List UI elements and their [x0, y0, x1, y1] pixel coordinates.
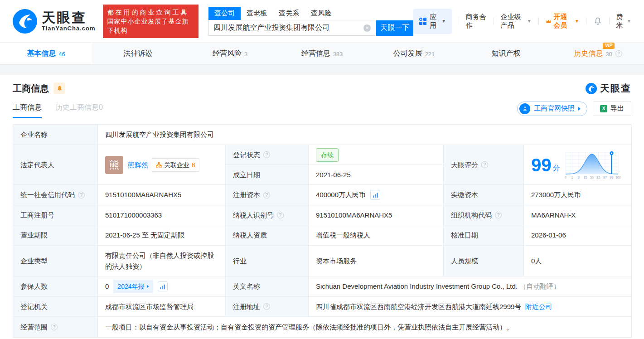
field-value-reg-status: 存续	[309, 145, 444, 165]
nearby-companies-link[interactable]: 附近公司	[525, 301, 552, 312]
subscribe-bell-icon[interactable]	[53, 82, 65, 94]
field-label-term: 营业期限	[13, 225, 98, 246]
annual-report-chip[interactable]: 2024年报	[113, 280, 153, 293]
tab-3[interactable]: 经营信息383	[276, 43, 368, 64]
help-icon[interactable]: ?	[277, 212, 284, 218]
field-label-approval-date: 核准日期	[444, 225, 524, 246]
capital-trend-icon[interactable]	[370, 190, 380, 200]
section-title: 工商信息	[13, 82, 49, 95]
field-label-credit-code: 统一社会信用代码?	[13, 185, 98, 205]
svg-text:99: 99	[610, 176, 613, 179]
tab-1[interactable]: 法律诉讼	[92, 43, 184, 64]
help-icon[interactable]: ?	[51, 324, 58, 330]
background-strip	[0, 65, 644, 75]
field-label-industry: 行业	[226, 246, 309, 276]
subtab-history-business-info[interactable]: 历史工商信息0	[55, 103, 103, 118]
search-input[interactable]	[208, 20, 375, 36]
field-label-score: 天眼评分?	[444, 145, 524, 185]
tab-label: 公司发展	[393, 49, 422, 57]
field-value-address: 四川省成都市双流区西南航空港经济开发区西航港大道南延线2999号 附近公司	[309, 297, 632, 317]
related-companies-chip[interactable]: 关联企业 6	[152, 158, 199, 172]
field-value-org-code: MA6ARNAH-X	[524, 205, 632, 225]
field-value-insured: 0 2024年报	[98, 276, 226, 297]
field-label-company-type: 企业类型	[13, 246, 98, 276]
svg-text:15: 15	[583, 176, 587, 179]
field-label-legal-rep: 法定代表人	[13, 145, 98, 185]
field-label-address: 注册地址?	[226, 297, 309, 317]
menu-item-vip[interactable]: 开通会员 ▼	[546, 13, 579, 30]
help-icon[interactable]: ?	[263, 192, 270, 199]
apps-menu[interactable]: 应用 ▼	[413, 9, 452, 34]
tab-5[interactable]: 知识产权	[460, 43, 552, 64]
help-icon[interactable]: ?	[615, 50, 622, 57]
user-menu[interactable]: 费米 ▼	[616, 13, 631, 30]
tab-label: 经营信息	[301, 49, 330, 57]
official-snapshot-button[interactable]: 工商官网快照	[517, 102, 587, 116]
search-area: 查公司查老板查关系查风险 × 天眼一下	[208, 7, 413, 36]
field-label-staff-size: 人员规模	[444, 246, 524, 276]
svg-text:0: 0	[565, 176, 567, 179]
chevron-down-icon: ▼	[575, 19, 579, 24]
search-tab-1[interactable]: 查老板	[241, 7, 273, 20]
tab-label: 知识产权	[492, 49, 521, 57]
svg-text:1: 1	[571, 176, 573, 179]
field-label-org-code: 组织机构代码?	[444, 205, 524, 225]
status-badge: 存续	[316, 148, 339, 162]
tab-6[interactable]: 历史信息VIP30?	[552, 43, 644, 64]
svg-text:3: 3	[578, 176, 580, 179]
tab-count: 30	[605, 51, 612, 58]
help-icon[interactable]: ?	[263, 303, 270, 310]
menu-item-cooperation[interactable]: 商务合作	[466, 13, 487, 30]
help-icon[interactable]: ?	[481, 161, 488, 168]
notification-bell-icon[interactable]	[593, 17, 602, 26]
svg-text:100: 100	[615, 176, 621, 179]
legal-rep-name-link[interactable]: 熊辉然	[128, 160, 148, 170]
arrow-right-icon	[578, 107, 581, 111]
field-value-company-name: 四川发展航空产业投资集团有限公司	[98, 125, 632, 145]
divider	[459, 18, 459, 24]
export-button[interactable]: X 导出	[593, 101, 631, 116]
excel-icon: X	[600, 105, 607, 112]
search-tab-3[interactable]: 查风险	[305, 7, 337, 20]
insured-trend-icon[interactable]	[158, 281, 168, 291]
svg-text:50: 50	[590, 176, 594, 179]
search-button[interactable]: 天眼一下	[376, 20, 413, 36]
field-value-taxpayer-id: 91510100MA6ARNAHX5	[309, 205, 444, 225]
field-value-credit-code: 91510100MA6ARNAHX5	[98, 185, 226, 205]
tab-label: 基本信息	[27, 49, 56, 57]
tab-count: 221	[425, 51, 435, 58]
tab-label: 历史信息	[574, 49, 603, 57]
search-tabs: 查公司查老板查关系查风险	[208, 7, 413, 20]
tab-0[interactable]: 基本信息46	[0, 43, 92, 64]
tab-2[interactable]: 经营风险3	[184, 43, 276, 64]
field-label-english-name: 英文名称	[226, 276, 309, 297]
score-number: 99	[531, 156, 552, 174]
field-value-registry: 成都市双流区市场监督管理局	[98, 297, 226, 317]
divider	[586, 18, 586, 24]
crown-icon	[546, 18, 552, 25]
apps-grid-icon	[419, 18, 426, 25]
field-value-legal-rep: 熊 熊辉然 关联企业 6	[98, 145, 226, 185]
stamp-icon	[519, 103, 530, 114]
field-value-term: 2021-06-25 至 无固定期限	[98, 225, 226, 246]
subtab-business-info[interactable]: 工商信息	[13, 103, 42, 118]
field-value-reg-number: 510171000003363	[98, 205, 226, 225]
help-icon[interactable]: ?	[78, 192, 85, 199]
search-tab-0[interactable]: 查公司	[208, 7, 241, 20]
legal-rep-avatar[interactable]: 熊	[105, 156, 123, 174]
brand-name: 天眼查	[42, 10, 96, 25]
help-icon[interactable]: ?	[263, 151, 270, 158]
help-icon[interactable]: ?	[495, 212, 502, 218]
field-value-taxpayer-quality: 增值税一般纳税人	[309, 225, 444, 246]
svg-text:85: 85	[596, 176, 600, 179]
menu-item-enterprise[interactable]: 企业级产品 ▼	[501, 13, 532, 30]
field-value-paid-capital: 273000万人民币	[524, 185, 632, 205]
tianyancha-logo[interactable]: 天眼查 TianYanCha.com	[13, 9, 96, 34]
field-label-paid-capital: 实缴资本	[444, 185, 524, 205]
field-value-company-type: 有限责任公司（非自然人投资或控股的法人独资）	[98, 246, 226, 276]
tab-count: 3	[244, 51, 247, 58]
tab-4[interactable]: 公司发展221	[368, 43, 460, 64]
field-label-scope: 经营范围?	[13, 317, 98, 338]
clear-icon[interactable]: ×	[363, 24, 371, 32]
search-tab-2[interactable]: 查关系	[273, 7, 305, 20]
